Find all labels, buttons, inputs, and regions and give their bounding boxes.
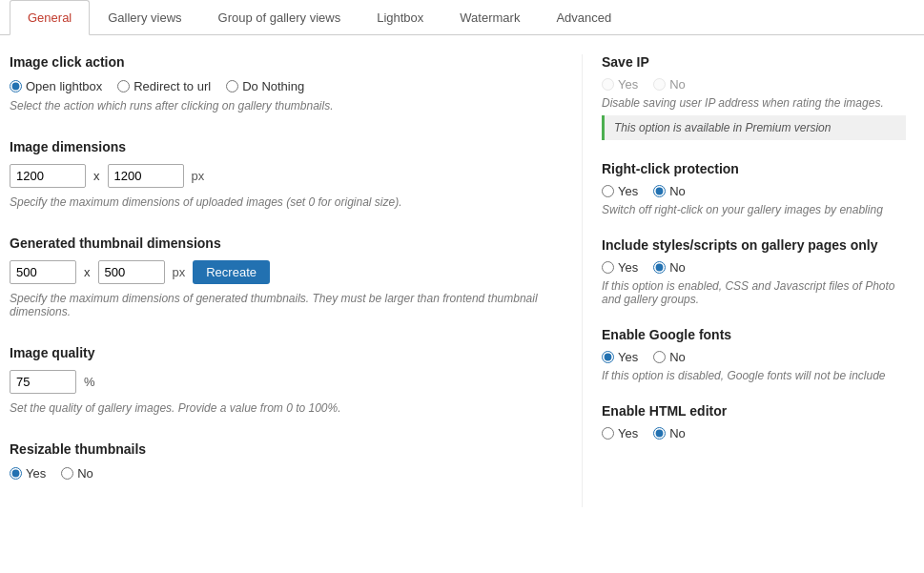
save-ip-title: Save IP	[602, 54, 906, 70]
resizable-yes-label: Yes	[26, 466, 46, 481]
html-editor-no-radio[interactable]	[653, 427, 666, 440]
thumb-unit: px	[173, 265, 186, 279]
right-click-yes-option[interactable]: Yes	[602, 184, 638, 198]
html-editor-yes-option[interactable]: Yes	[602, 426, 638, 440]
save-ip-yes-label: Yes	[618, 77, 638, 92]
right-click-protection-section: Right-click protection Yes No Switch off…	[602, 161, 906, 216]
quality-unit: %	[84, 375, 95, 389]
right-column: Save IP Yes No Disable saving user IP ad…	[582, 54, 906, 507]
redirect-url-label: Redirect to url	[133, 79, 211, 93]
thumbnail-dimensions-section: Generated thumbnail dimensions x px Recr…	[10, 235, 553, 318]
html-editor-no-option[interactable]: No	[653, 426, 686, 440]
image-dimensions-section: Image dimensions x px Specify the maximu…	[10, 139, 553, 209]
tab-advanced[interactable]: Advanced	[538, 0, 629, 35]
thumbnail-dimensions-help: Specify the maximum dimensions of genera…	[10, 292, 553, 318]
image-click-help: Select the action which runs after click…	[10, 99, 553, 113]
include-styles-yes-radio[interactable]	[602, 261, 614, 274]
image-dimensions-title: Image dimensions	[10, 139, 553, 154]
resizable-yes-option[interactable]: Yes	[10, 466, 46, 481]
save-ip-yes-radio[interactable]	[602, 78, 614, 91]
include-styles-yes-option[interactable]: Yes	[602, 260, 638, 275]
include-styles-no-label: No	[669, 260, 686, 275]
include-styles-yes-label: Yes	[618, 260, 638, 275]
main-content: Image click action Open lightbox Redirec…	[0, 35, 924, 526]
image-click-action-title: Image click action	[10, 54, 553, 70]
redirect-url-option[interactable]: Redirect to url	[117, 79, 211, 93]
image-quality-row: %	[10, 370, 553, 394]
resizable-no-radio[interactable]	[61, 467, 73, 480]
google-fonts-section: Enable Google fonts Yes No If this optio…	[602, 327, 906, 382]
google-fonts-no-label: No	[669, 350, 686, 364]
quality-input[interactable]	[10, 370, 76, 394]
tab-group-gallery-views[interactable]: Group of gallery views	[200, 0, 359, 35]
google-fonts-no-option[interactable]: No	[653, 350, 686, 364]
google-fonts-yes-label: Yes	[618, 350, 638, 364]
html-editor-no-label: No	[669, 426, 686, 440]
html-editor-yes-label: Yes	[618, 426, 638, 440]
right-click-help: Switch off right-click on your gallery i…	[602, 203, 906, 216]
do-nothing-option[interactable]: Do Nothing	[226, 79, 304, 93]
image-quality-help: Set the quality of gallery images. Provi…	[10, 401, 553, 415]
right-click-yes-label: Yes	[618, 184, 638, 198]
tab-watermark[interactable]: Watermark	[441, 0, 538, 35]
resizable-options: Yes No	[10, 466, 553, 481]
save-ip-no-label: No	[669, 77, 686, 92]
right-click-no-option[interactable]: No	[653, 184, 686, 198]
html-editor-title: Enable HTML editor	[602, 403, 906, 419]
image-quality-section: Image quality % Set the quality of galle…	[10, 345, 553, 415]
google-fonts-no-radio[interactable]	[653, 351, 666, 363]
save-ip-no-option[interactable]: No	[653, 77, 686, 92]
include-styles-help: If this option is enabled, CSS and Javas…	[602, 279, 906, 306]
right-click-yes-radio[interactable]	[602, 185, 614, 197]
include-styles-section: Include styles/scripts on gallery pages …	[602, 237, 906, 306]
open-lightbox-radio[interactable]	[10, 80, 22, 92]
right-click-no-label: No	[669, 184, 686, 198]
right-click-options: Yes No	[602, 184, 906, 198]
resizable-thumbnails-title: Resizable thumbnails	[10, 441, 553, 457]
html-editor-options: Yes No	[602, 426, 906, 440]
include-styles-options: Yes No	[602, 260, 906, 275]
save-ip-options: Yes No	[602, 77, 906, 92]
right-click-no-radio[interactable]	[653, 185, 666, 197]
image-height-input[interactable]	[108, 164, 184, 188]
resizable-no-label: No	[77, 466, 93, 481]
dimensions-x-label: x	[93, 169, 100, 183]
tab-gallery-views[interactable]: Gallery views	[90, 0, 199, 35]
image-dimensions-help: Specify the maximum dimensions of upload…	[10, 195, 553, 209]
thumb-width-input[interactable]	[10, 260, 76, 284]
thumbnail-dimensions-row: x px Recreate	[10, 260, 553, 284]
do-nothing-radio[interactable]	[226, 80, 238, 92]
image-width-input[interactable]	[10, 164, 86, 188]
tab-lightbox[interactable]: Lightbox	[359, 0, 441, 35]
redirect-url-radio[interactable]	[117, 80, 130, 92]
thumb-x-label: x	[84, 265, 91, 279]
save-ip-section: Save IP Yes No Disable saving user IP ad…	[602, 54, 906, 140]
html-editor-yes-radio[interactable]	[602, 427, 614, 440]
recreate-button[interactable]: Recreate	[193, 260, 270, 284]
premium-notice: This option is available in Premium vers…	[602, 115, 906, 140]
google-fonts-options: Yes No	[602, 350, 906, 364]
right-click-title: Right-click protection	[602, 161, 906, 176]
google-fonts-title: Enable Google fonts	[602, 327, 906, 342]
open-lightbox-option[interactable]: Open lightbox	[10, 79, 102, 93]
image-dimensions-unit: px	[192, 169, 205, 183]
resizable-thumbnails-section: Resizable thumbnails Yes No	[10, 441, 553, 481]
save-ip-no-radio[interactable]	[653, 78, 666, 91]
google-fonts-yes-option[interactable]: Yes	[602, 350, 638, 364]
include-styles-no-option[interactable]: No	[653, 260, 686, 275]
image-click-action-options: Open lightbox Redirect to url Do Nothing	[10, 79, 553, 93]
google-fonts-help: If this option is disabled, Google fonts…	[602, 369, 906, 382]
image-quality-title: Image quality	[10, 345, 553, 360]
save-ip-help: Disable saving user IP address when rati…	[602, 96, 906, 110]
left-column: Image click action Open lightbox Redirec…	[10, 54, 582, 507]
image-click-action-section: Image click action Open lightbox Redirec…	[10, 54, 553, 113]
html-editor-section: Enable HTML editor Yes No	[602, 403, 906, 440]
include-styles-no-radio[interactable]	[653, 261, 666, 274]
google-fonts-yes-radio[interactable]	[602, 351, 614, 363]
include-styles-title: Include styles/scripts on gallery pages …	[602, 237, 906, 253]
save-ip-yes-option[interactable]: Yes	[602, 77, 638, 92]
resizable-yes-radio[interactable]	[10, 467, 22, 480]
resizable-no-option[interactable]: No	[61, 466, 93, 481]
tab-general[interactable]: General	[10, 0, 90, 35]
thumb-height-input[interactable]	[98, 260, 165, 284]
